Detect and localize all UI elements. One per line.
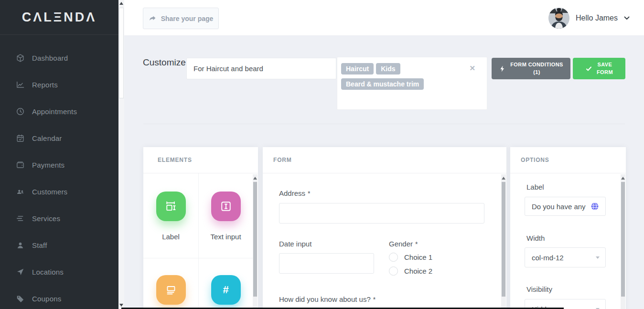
sidebar-item-label: Locations	[32, 268, 64, 276]
label-option-value: Do you have any	[532, 202, 590, 211]
elements-panel: ELEMENTS Label Text input	[143, 147, 258, 309]
wallet-icon	[16, 160, 25, 170]
sidebar-item-label: Services	[32, 214, 60, 223]
radio-label: Choice 1	[404, 253, 432, 261]
user-menu[interactable]: Hello James	[548, 0, 630, 36]
sidebar-item-reports[interactable]: Reports	[0, 71, 118, 98]
scroll-up-icon[interactable]	[119, 2, 123, 5]
date-input[interactable]	[279, 253, 374, 274]
section-divider	[143, 124, 625, 124]
label-option-input[interactable]: Do you have any	[525, 197, 606, 216]
service-tag[interactable]: Beard & mustache trim	[341, 78, 424, 90]
sidebar-item-locations[interactable]: Locations	[0, 258, 118, 285]
app-window: CΛLΞNDΛ Dashboard Reports Appointments	[0, 0, 644, 309]
sidebar-item-services[interactable]: Services	[0, 205, 118, 232]
sidebar: CΛLΞNDΛ Dashboard Reports Appointments	[0, 0, 118, 309]
elements-panel-header: ELEMENTS	[143, 147, 258, 173]
app-logo: CΛLΞNDΛ	[0, 0, 118, 35]
scroll-up-icon[interactable]	[621, 177, 625, 180]
save-form-label-1: SAVE	[598, 62, 612, 67]
tags-wrap: Haircut Kids Beard & mustache trim	[341, 61, 453, 92]
avatar	[548, 8, 569, 29]
sidebar-item-staff[interactable]: Staff	[0, 232, 118, 258]
sidebar-item-label: Dashboard	[32, 54, 68, 62]
sidebar-item-coupons[interactable]: Coupons	[0, 285, 118, 309]
form-panel-body: Address* Date input Gender* Choice 1 Cho…	[263, 173, 506, 309]
sidebar-item-label: Payments	[32, 161, 64, 169]
sidebar-item-label: Coupons	[32, 295, 61, 303]
radio-button[interactable]	[389, 253, 398, 262]
sidebar-item-customers[interactable]: Customers	[0, 178, 118, 205]
scrollbar-thumb[interactable]	[119, 8, 124, 98]
hash-glyph: #	[223, 284, 228, 296]
options-panel-body: Label Do you have any Width col-md-12 Vi…	[510, 173, 626, 309]
sidebar-scrollbar[interactable]	[118, 0, 124, 309]
service-tag[interactable]: Haircut	[341, 63, 374, 75]
sidebar-item-dashboard[interactable]: Dashboard	[0, 44, 118, 71]
share-arrow-icon	[149, 14, 157, 22]
sidebar-item-appointments[interactable]: Appointments	[0, 98, 118, 125]
clock-icon	[16, 107, 25, 116]
topbar: Share your page Hello James	[124, 0, 644, 36]
element-item-name: Text input	[198, 233, 253, 241]
clear-tags-icon[interactable]: ✕	[469, 64, 475, 73]
element-item-textarea[interactable]	[143, 275, 198, 309]
form-conditions-label: FORM CONDITIONS	[510, 62, 563, 67]
options-panel-title: OPTIONS	[521, 157, 549, 163]
field-label-text: How did you know about us?	[279, 295, 371, 303]
share-page-label: Share your page	[161, 15, 214, 22]
sidebar-item-calendar[interactable]: Calendar	[0, 125, 118, 151]
form-conditions-count: (1)	[533, 69, 540, 75]
scrollbar-thumb[interactable]	[253, 182, 257, 297]
width-select-value: col-md-12	[532, 254, 596, 262]
globe-icon[interactable]	[590, 202, 600, 211]
width-option-label: Width	[526, 234, 545, 242]
bolt-icon	[499, 65, 506, 73]
save-form-button[interactable]: SAVE FORM	[573, 58, 625, 79]
form-panel-header: FORM	[263, 147, 506, 173]
field-label-text: Date input	[279, 240, 311, 248]
form-name-input[interactable]	[186, 58, 336, 79]
chart-line-icon	[16, 80, 25, 89]
sidebar-item-label: Calendar	[32, 134, 62, 142]
share-page-button[interactable]: Share your page	[143, 8, 219, 29]
element-item-number[interactable]: #	[198, 275, 253, 309]
form-panel-scrollbar[interactable]	[501, 174, 506, 309]
sidebar-item-payments[interactable]: Payments	[0, 151, 118, 178]
sidebar-item-label: Customers	[32, 188, 67, 196]
address-input[interactable]	[279, 203, 484, 224]
users-icon	[16, 187, 25, 196]
required-marker: *	[415, 240, 418, 248]
gender-choice-1: Choice 1	[389, 253, 432, 262]
scroll-down-icon[interactable]	[119, 304, 123, 307]
element-item-name: Label	[143, 233, 198, 241]
gender-field-label: Gender*	[389, 240, 418, 248]
chevron-down-icon	[624, 16, 630, 20]
element-item-label[interactable]: Label	[143, 192, 198, 241]
text-input-element-icon	[211, 192, 241, 221]
service-tag[interactable]: Kids	[376, 63, 400, 75]
options-panel: OPTIONS Label Do you have any Width col-…	[510, 147, 626, 309]
referral-field-label: How did you know about us?*	[279, 295, 376, 303]
width-select[interactable]: col-md-12	[525, 247, 606, 267]
elements-panel-scrollbar[interactable]	[253, 174, 258, 309]
scroll-up-icon[interactable]	[502, 177, 505, 180]
options-panel-scrollbar[interactable]	[621, 174, 625, 309]
services-tags-box[interactable]: Haircut Kids Beard & mustache trim ✕	[337, 57, 487, 110]
scrollbar-thumb[interactable]	[621, 182, 625, 297]
gender-choice-2: Choice 2	[389, 266, 432, 276]
date-field-label: Date input	[279, 240, 311, 248]
field-label-text: Address	[279, 189, 305, 197]
element-item-text-input[interactable]: Text input	[198, 192, 253, 241]
sidebar-item-label: Staff	[32, 241, 47, 249]
visibility-option-label: Visibility	[526, 285, 552, 293]
location-arrow-icon	[16, 267, 25, 277]
scroll-up-icon[interactable]	[253, 177, 257, 180]
grid-divider	[143, 258, 253, 258]
field-label-text: Gender	[389, 240, 413, 248]
scrollbar-thumb[interactable]	[502, 182, 505, 297]
caret-down-icon	[596, 256, 600, 259]
radio-button[interactable]	[389, 266, 398, 276]
required-marker: *	[308, 190, 310, 197]
form-conditions-button[interactable]: FORM CONDITIONS (1)	[492, 58, 570, 79]
